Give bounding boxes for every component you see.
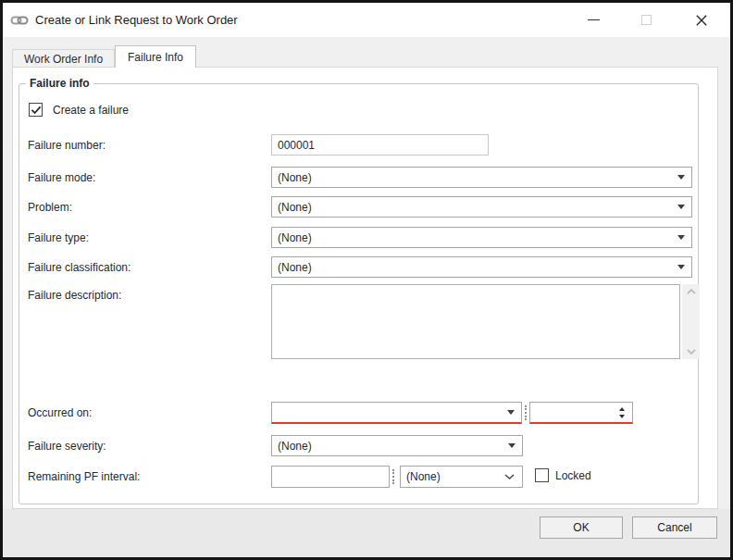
- failure-mode-value: (None): [278, 171, 671, 184]
- failure-number-value: 000001: [278, 139, 315, 152]
- cancel-button[interactable]: Cancel: [632, 516, 717, 539]
- field-splitter-dots: [392, 469, 394, 484]
- chevron-down-icon: [687, 349, 696, 355]
- maximize-icon: [641, 15, 652, 25]
- chevron-down-icon: [677, 205, 685, 209]
- spin-up-icon: [619, 407, 625, 411]
- failure-classification-value: (None): [278, 261, 671, 274]
- close-icon: [696, 15, 707, 26]
- title-bar[interactable]: Create or Link Request to Work Order: [3, 3, 730, 37]
- failure-type-label: Failure type:: [28, 227, 89, 248]
- chevron-down-icon: [677, 265, 685, 269]
- window-title: Create or Link Request to Work Order: [35, 13, 238, 27]
- failure-type-dropdown[interactable]: (None): [271, 227, 692, 248]
- failure-mode-label: Failure mode:: [28, 167, 95, 188]
- description-scrollbar[interactable]: [682, 284, 700, 359]
- maximize-button: [625, 3, 667, 37]
- remaining-pf-interval-label: Remaining PF interval:: [28, 466, 140, 488]
- link-icon: [10, 14, 29, 27]
- minimize-icon: [588, 19, 600, 20]
- failure-classification-label: Failure classification:: [28, 256, 130, 278]
- tab-work-order-info[interactable]: Work Order Info: [12, 49, 115, 68]
- locked-label[interactable]: Locked: [555, 468, 591, 482]
- occurred-on-date-dropdown[interactable]: [271, 402, 522, 424]
- chevron-down-icon: [677, 235, 685, 240]
- tab-label: Work Order Info: [24, 53, 103, 66]
- failure-type-value: (None): [278, 231, 671, 244]
- spin-down-icon: [619, 415, 625, 418]
- chevron-down-icon: [507, 410, 515, 415]
- create-failure-label[interactable]: Create a failure: [53, 103, 129, 117]
- checkmark-icon: [31, 106, 42, 115]
- chevron-down-icon: [677, 175, 685, 180]
- ok-button[interactable]: OK: [540, 516, 623, 539]
- minimize-button[interactable]: [572, 3, 615, 37]
- problem-label: Problem:: [28, 196, 72, 218]
- tab-failure-info[interactable]: Failure Info: [115, 45, 196, 68]
- pf-interval-unit-dropdown[interactable]: (None): [400, 466, 523, 488]
- close-button[interactable]: [680, 3, 723, 37]
- locked-checkbox[interactable]: [535, 468, 549, 482]
- failure-severity-label: Failure severity:: [28, 435, 106, 456]
- failure-number-field[interactable]: 000001: [271, 134, 489, 156]
- spinner-arrows[interactable]: [619, 407, 625, 418]
- failure-description-label: Failure description:: [28, 284, 121, 305]
- failure-severity-dropdown[interactable]: (None): [271, 435, 523, 456]
- failure-severity-value: (None): [278, 440, 502, 453]
- chevron-down-icon: [504, 474, 515, 479]
- occurred-on-time-spinner[interactable]: [529, 402, 633, 424]
- field-splitter-dots: [525, 405, 527, 420]
- problem-dropdown[interactable]: (None): [271, 196, 692, 218]
- failure-mode-dropdown[interactable]: (None): [271, 167, 692, 188]
- remaining-pf-interval-field[interactable]: [271, 466, 390, 488]
- failure-classification-dropdown[interactable]: (None): [271, 256, 692, 278]
- tab-label: Failure Info: [128, 51, 183, 64]
- occurred-on-label: Occurred on:: [28, 402, 92, 424]
- pf-interval-unit-value: (None): [406, 470, 497, 483]
- create-failure-checkbox[interactable]: [29, 103, 43, 117]
- groupbox-title: Failure info: [26, 77, 93, 90]
- failure-number-label: Failure number:: [28, 134, 106, 156]
- problem-value: (None): [278, 201, 671, 214]
- chevron-down-icon: [508, 443, 516, 448]
- failure-description-textarea[interactable]: [271, 284, 680, 359]
- dialog-window: Create or Link Request to Work Order Wor…: [0, 0, 733, 560]
- chevron-up-icon: [687, 289, 696, 294]
